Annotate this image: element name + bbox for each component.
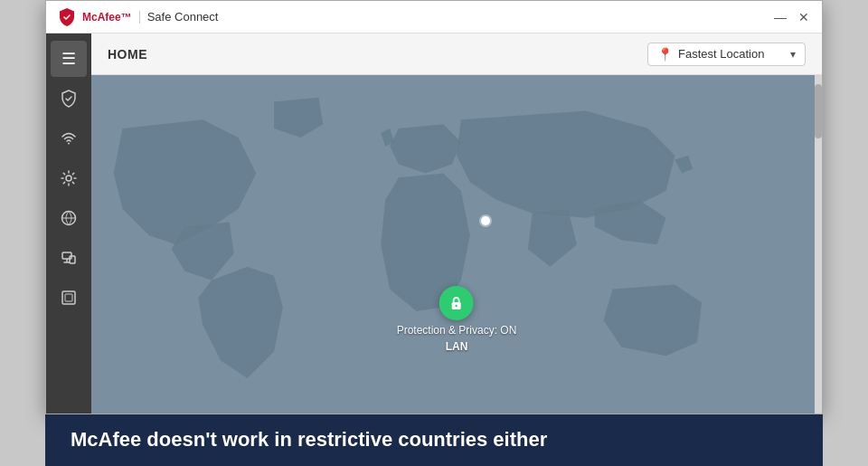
account-icon	[60, 289, 78, 307]
app-body: ☰	[46, 33, 822, 414]
mcafee-brand-text: McAfee™	[82, 11, 132, 24]
minimize-button[interactable]: —	[773, 10, 788, 24]
app-title-text: Safe Connect	[147, 10, 219, 24]
sidebar-item-settings[interactable]	[51, 160, 87, 196]
sidebar-item-devices[interactable]	[51, 240, 87, 276]
shield-icon	[60, 90, 78, 108]
titlebar-logo: McAfee™	[57, 7, 132, 27]
settings-icon	[60, 169, 78, 187]
devices-icon	[60, 249, 78, 267]
titlebar: McAfee™ Safe Connect — ✕	[46, 1, 822, 33]
sidebar-item-shield[interactable]	[51, 81, 87, 117]
wifi-icon	[60, 129, 78, 147]
map-scrollbar[interactable]	[815, 75, 822, 414]
sidebar-item-account[interactable]	[51, 280, 87, 316]
location-selector[interactable]: 📍 Fastest Location ▾	[647, 43, 806, 66]
app-window: McAfee™ Safe Connect — ✕ ☰	[45, 0, 823, 414]
location-dot	[481, 216, 490, 225]
svg-rect-4	[70, 256, 75, 263]
chevron-down-icon: ▾	[790, 48, 796, 61]
svg-rect-7	[65, 294, 72, 301]
sidebar: ☰	[46, 33, 91, 414]
main-content: HOME 📍 Fastest Location ▾	[91, 33, 822, 414]
titlebar-divider	[139, 11, 140, 24]
topbar: HOME 📍 Fastest Location ▾	[91, 33, 822, 75]
close-button[interactable]: ✕	[797, 10, 811, 24]
caption-text: McAfee doesn't work in restrictive count…	[71, 427, 547, 453]
world-map-svg	[91, 75, 822, 414]
sidebar-item-globe[interactable]	[51, 200, 87, 236]
caption-banner: McAfee doesn't work in restrictive count…	[45, 414, 823, 466]
svg-point-0	[68, 143, 70, 145]
menu-icon: ☰	[61, 49, 76, 69]
scrollbar-thumb[interactable]	[815, 84, 822, 138]
map-area: Protection & Privacy: ON LAN	[91, 75, 822, 414]
lock-icon	[448, 294, 466, 312]
sidebar-item-menu[interactable]: ☰	[51, 41, 87, 77]
location-text: Fastest Location	[678, 47, 785, 61]
sidebar-item-wifi[interactable]	[51, 120, 87, 157]
mcafee-logo-icon	[57, 7, 77, 27]
protection-status-text: Protection & Privacy: ON	[397, 324, 517, 337]
globe-icon	[60, 209, 78, 227]
location-pin-icon: 📍	[657, 47, 673, 62]
svg-point-1	[66, 176, 71, 181]
page-title: HOME	[108, 47, 147, 62]
svg-rect-6	[62, 291, 75, 304]
lan-label: LAN	[446, 340, 468, 353]
svg-point-10	[456, 305, 458, 307]
vpn-on-icon	[439, 286, 474, 320]
titlebar-controls: — ✕	[773, 10, 811, 24]
vpn-status: Protection & Privacy: ON LAN	[397, 286, 517, 353]
